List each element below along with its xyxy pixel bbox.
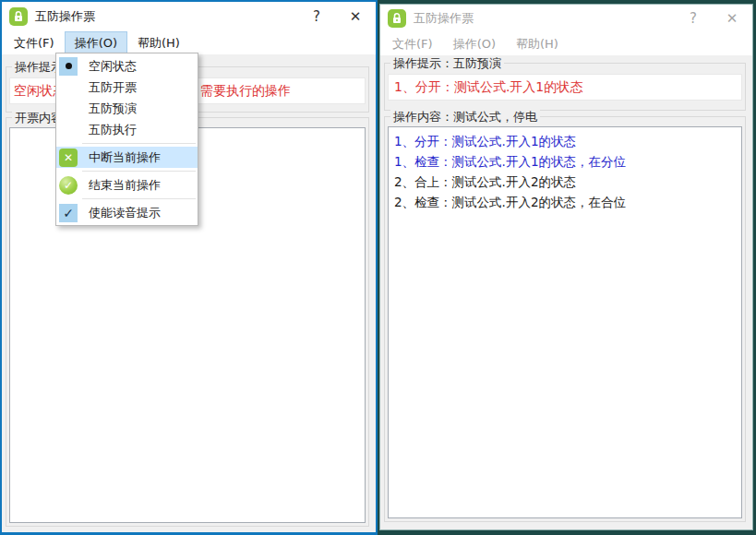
help-button[interactable]: ? — [675, 10, 712, 27]
close-button[interactable]: ✕ — [335, 8, 376, 25]
prompt-group: 操作提示：五防预演 1、分开：测试公式.开入1的状态 — [384, 63, 746, 111]
close-button[interactable]: ✕ — [712, 10, 752, 27]
finish-icon: ✓ — [59, 176, 78, 195]
menu-item-enable-voice-prompt[interactable]: ✓ 使能读音提示 — [56, 202, 198, 223]
menu-item-label: 五防开票 — [89, 79, 137, 96]
menu-item-label: 五防预演 — [89, 101, 137, 117]
abort-icon: ✕ — [59, 149, 78, 167]
desktop: 五防操作票 ? ✕ 文件(F) 操作(O) 帮助(H) 操作提示： 空闲状态 需… — [0, 0, 756, 535]
menu-item-finish-operation[interactable]: ✓ 结束当前操作 — [56, 174, 198, 196]
menu-separator — [56, 196, 198, 202]
menu-operation[interactable]: 操作(O) — [443, 32, 506, 56]
list-item[interactable]: 2、合上：测试公式.开入2的状态 — [389, 172, 741, 192]
window-title: 五防操作票 — [35, 8, 298, 25]
menu-item-label: 空闲状态 — [89, 58, 137, 75]
menu-item-idle-state[interactable]: 空闲状态 — [56, 55, 198, 77]
left-menubar: 文件(F) 操作(O) 帮助(H) — [2, 31, 376, 54]
window-title: 五防操作票 — [414, 10, 675, 27]
help-button[interactable]: ? — [298, 8, 335, 25]
right-body: 操作提示：五防预演 1、分开：测试公式.开入1的状态 操作内容：测试公式，停电 … — [380, 55, 752, 529]
menu-separator — [56, 168, 198, 174]
prompt-text: 1、分开：测试公式.开入1的状态 — [394, 79, 582, 96]
menu-item-rehearsal[interactable]: 五防预演 — [56, 98, 198, 119]
operation-content-group: 操作内容：测试公式，停电 1、分开：测试公式.开入1的状态 1、检查：测试公式.… — [384, 116, 746, 522]
prompt-group-label: 操作提示：五防预演 — [390, 55, 504, 72]
prompt-strip: 1、分开：测试公式.开入1的状态 — [388, 74, 742, 101]
right-window: 五防操作票 ? ✕ 文件(F) 操作(O) 帮助(H) 操作提示：五防预演 1、… — [379, 4, 753, 530]
list-item[interactable]: 1、检查：测试公式.开入1的状态，在分位 — [389, 151, 741, 172]
menu-item-create-ticket[interactable]: 五防开票 — [56, 77, 198, 98]
menu-help[interactable]: 帮助(H) — [506, 32, 569, 56]
right-menubar: 文件(F) 操作(O) 帮助(H) — [380, 32, 752, 55]
menu-item-label: 五防执行 — [89, 122, 137, 138]
menu-file[interactable]: 文件(F) — [382, 32, 443, 56]
lock-icon — [388, 9, 406, 28]
menu-file[interactable]: 文件(F) — [4, 31, 65, 55]
list-item[interactable]: 2、检查：测试公式.开入2的状态，在合位 — [389, 192, 741, 212]
menu-item-abort-operation[interactable]: ✕ 中断当前操作 — [56, 147, 198, 168]
list-item[interactable]: 1、分开：测试公式.开入1的状态 — [389, 131, 741, 151]
operation-steps-listbox[interactable]: 1、分开：测试公式.开入1的状态 1、检查：测试公式.开入1的状态，在分位 2、… — [388, 126, 742, 518]
menu-item-label: 使能读音提示 — [89, 205, 161, 221]
menu-item-label: 中断当前操作 — [89, 149, 161, 166]
operation-dropdown-menu: 空闲状态 五防开票 五防预演 五防执行 ✕ 中断当前操作 ✓ 结束当前操作 ✓ … — [55, 53, 198, 226]
menu-separator — [56, 140, 198, 147]
menu-item-execute[interactable]: 五防执行 — [56, 119, 198, 140]
menu-item-label: 结束当前操作 — [89, 177, 161, 194]
menu-operation[interactable]: 操作(O) — [65, 31, 127, 55]
checkmark-icon: ✓ — [59, 204, 78, 222]
right-titlebar[interactable]: 五防操作票 ? ✕ — [380, 5, 752, 32]
lock-icon — [9, 7, 28, 26]
prompt-text-right: 需要执行的操作 — [200, 83, 291, 100]
menu-help[interactable]: 帮助(H) — [127, 31, 190, 55]
radio-selected-icon — [59, 57, 78, 76]
left-titlebar[interactable]: 五防操作票 ? ✕ — [2, 2, 376, 31]
operation-content-group-label: 操作内容：测试公式，停电 — [390, 109, 540, 125]
